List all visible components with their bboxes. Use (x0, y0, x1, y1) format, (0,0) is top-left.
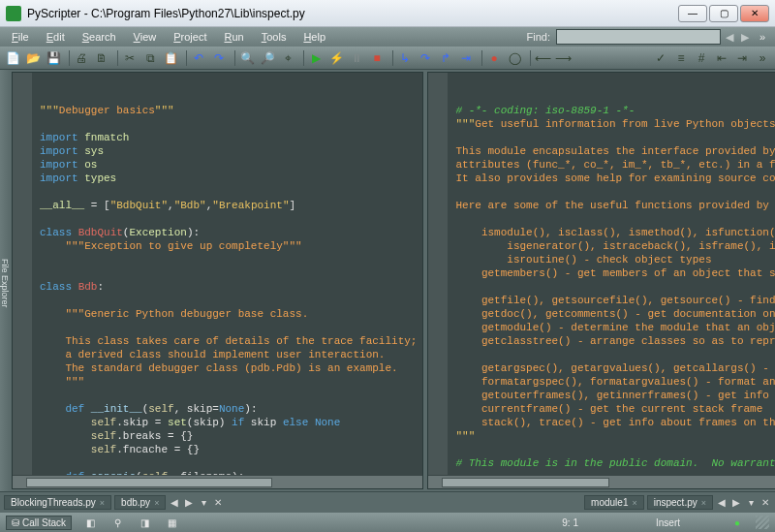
undo-icon[interactable]: ↶ (190, 49, 207, 67)
menubar: File Edit Search View Project Run Tools … (0, 27, 775, 47)
tab-list-icon[interactable]: ▾ (198, 497, 209, 509)
separator (299, 50, 304, 66)
close-button[interactable]: ✕ (740, 5, 769, 22)
statusbar: ⛁ Call Stack ◧ ⚲ ◨ ▦ 9: 1 Insert ● (0, 513, 775, 532)
print-setup-icon[interactable]: 🗎 (93, 49, 110, 67)
print-icon[interactable]: 🖨 (73, 49, 90, 67)
left-horizontal-scrollbar[interactable] (13, 475, 422, 488)
pause-icon[interactable]: ⏸ (348, 49, 365, 67)
edit-mode: Insert (656, 517, 680, 528)
tab-close-icon[interactable]: ✕ (212, 497, 224, 509)
left-code-editor[interactable]: """Debugger basics""" import fnmatch imp… (13, 73, 422, 475)
indent-icon[interactable]: ⇥ (733, 49, 751, 67)
window-title: PyScripter - C:\Program Files\Python27\L… (27, 7, 678, 20)
status-led-icon: ● (728, 516, 746, 529)
step-out-icon[interactable]: ↱ (437, 49, 454, 67)
menu-help[interactable]: Help (295, 29, 333, 45)
run-icon[interactable]: ▶ (307, 49, 325, 67)
open-file-icon[interactable]: 📂 (24, 49, 42, 67)
status-icon-1[interactable]: ◧ (81, 516, 99, 529)
tab-next-icon[interactable]: ▶ (183, 497, 195, 509)
status-icon-3[interactable]: ◨ (136, 516, 153, 529)
menu-run[interactable]: Run (217, 29, 252, 45)
status-icon-4[interactable]: ▦ (163, 516, 180, 529)
tab-list-icon[interactable]: ▾ (745, 497, 757, 509)
toolbar: 📄 📂 💾 🖨 🗎 ✂ ⧉ 📋 ↶ ↷ 🔍 🔎 ⌖ ▶ ⚡ ⏸ ■ ↳ ↷ ↱ … (0, 47, 775, 70)
find-next-icon[interactable]: 🔎 (259, 49, 276, 67)
find-prev-icon[interactable]: ◀ (723, 31, 736, 44)
close-tab-icon[interactable]: × (100, 498, 105, 508)
menu-file[interactable]: File (4, 29, 37, 45)
stop-icon[interactable]: ■ (368, 49, 386, 67)
separator (526, 50, 531, 66)
step-over-icon[interactable]: ↷ (417, 49, 434, 67)
editor-area: """Debugger basics""" import fnmatch imp… (10, 70, 775, 491)
maximize-button[interactable]: ▢ (709, 5, 738, 22)
left-gutter (13, 73, 32, 475)
close-tab-icon[interactable]: × (701, 498, 706, 508)
tab-prev-icon[interactable]: ◀ (716, 497, 728, 509)
right-horizontal-scrollbar[interactable] (428, 475, 775, 488)
titlebar: PyScripter - C:\Program Files\Python27\L… (0, 0, 775, 27)
status-icon-2[interactable]: ⚲ (108, 516, 126, 529)
find-label: Find: (527, 31, 550, 43)
minimize-button[interactable]: — (678, 5, 707, 22)
step-into-icon[interactable]: ↳ (396, 49, 414, 67)
find-icon[interactable]: 🔍 (238, 49, 256, 67)
nav-back-icon[interactable]: ⟵ (534, 49, 551, 67)
right-gutter (428, 73, 448, 475)
menu-edit[interactable]: Edit (39, 29, 73, 45)
file-tab[interactable]: inspect.py× (647, 495, 713, 510)
menu-view[interactable]: View (126, 29, 165, 45)
uncomment-icon[interactable]: # (693, 49, 710, 67)
menu-tools[interactable]: Tools (254, 29, 294, 45)
menu-project[interactable]: Project (166, 29, 214, 45)
separator (388, 50, 393, 66)
debug-icon[interactable]: ⚡ (327, 49, 345, 67)
tab-prev-icon[interactable]: ◀ (169, 497, 180, 509)
paste-icon[interactable]: 📋 (162, 49, 179, 67)
separator (182, 50, 187, 66)
tab-close-icon[interactable]: ✕ (760, 497, 771, 509)
clear-breakpoints-icon[interactable]: ◯ (506, 49, 523, 67)
find-input[interactable] (556, 29, 721, 45)
close-tab-icon[interactable]: × (154, 498, 159, 508)
tab-next-icon[interactable]: ▶ (730, 497, 742, 509)
right-tab-group: module1× inspect.py× ◀ ▶ ▾ ✕ (584, 495, 771, 510)
dedent-icon[interactable]: ⇤ (713, 49, 730, 67)
editor-tabs-row: BlockingThreads.py× bdb.py× ◀ ▶ ▾ ✕ modu… (0, 491, 775, 513)
list-icon[interactable]: ≡ (672, 49, 690, 67)
menubar-more-icon[interactable]: » (754, 31, 771, 43)
left-editor-pane: """Debugger basics""" import fnmatch imp… (12, 72, 423, 489)
toolbar-more-icon[interactable]: » (754, 49, 771, 67)
left-side-rail: File Explorer (0, 70, 10, 491)
copy-icon[interactable]: ⧉ (141, 49, 159, 67)
right-editor-pane: # -*- coding: iso-8859-1 -*- """Get usef… (427, 72, 775, 489)
file-tab[interactable]: module1× (584, 495, 644, 510)
redo-icon[interactable]: ↷ (210, 49, 228, 67)
resize-grip[interactable] (756, 516, 769, 529)
replace-icon[interactable]: ⌖ (279, 49, 296, 67)
separator (65, 50, 70, 66)
cut-icon[interactable]: ✂ (121, 49, 139, 67)
run-to-cursor-icon[interactable]: ⇥ (457, 49, 475, 67)
file-explorer-tab[interactable]: File Explorer (0, 259, 10, 308)
separator (478, 50, 482, 66)
save-icon[interactable]: 💾 (45, 49, 62, 67)
left-tab-group: BlockingThreads.py× bdb.py× ◀ ▶ ▾ ✕ (4, 495, 224, 510)
file-tab[interactable]: BlockingThreads.py× (4, 495, 111, 510)
menu-search[interactable]: Search (75, 29, 124, 45)
app-icon (6, 6, 21, 21)
file-tab[interactable]: bdb.py× (114, 495, 166, 510)
check-icon[interactable]: ✓ (652, 49, 669, 67)
workspace: File Explorer """Debugger basics""" impo… (0, 70, 775, 491)
separator (231, 50, 235, 66)
find-next-icon[interactable]: ▶ (738, 31, 752, 44)
separator (113, 50, 118, 66)
nav-fwd-icon[interactable]: ⟶ (554, 49, 572, 67)
new-file-icon[interactable]: 📄 (4, 49, 21, 67)
breakpoint-icon[interactable]: ● (485, 49, 503, 67)
right-code-editor[interactable]: # -*- coding: iso-8859-1 -*- """Get usef… (428, 73, 775, 475)
call-stack-button[interactable]: ⛁ Call Stack (6, 516, 72, 530)
close-tab-icon[interactable]: × (632, 498, 636, 508)
